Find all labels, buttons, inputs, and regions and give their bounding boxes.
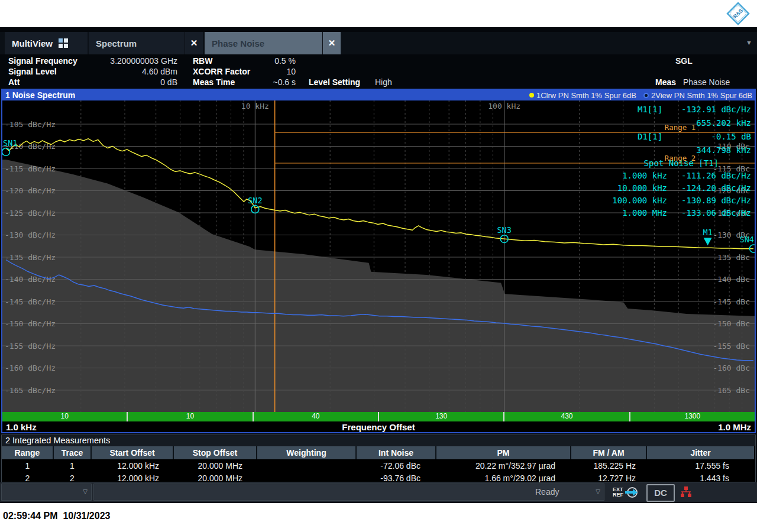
table-cell: 12.000 kHz: [91, 459, 173, 472]
xcorr-segment: 10: [128, 412, 253, 421]
analyzer-application: MultiView Spectrum ✕ Phase Noise ✕ ▼ Sig…: [0, 27, 757, 503]
status-ready: Ready: [535, 487, 559, 497]
lan-status-icon: [679, 486, 693, 501]
table-cell: [257, 459, 356, 472]
field-value: ~0.6 s: [231, 77, 296, 87]
tab-multiview[interactable]: MultiView: [5, 32, 88, 54]
table-cell: 17.555 fs: [646, 459, 754, 472]
field-label: Level Setting: [309, 77, 360, 87]
legend-text: 2View PN Smth 1% Spur 6dB: [651, 91, 752, 100]
spot-noise-value: -124.20 dBc/Hz: [667, 182, 751, 194]
marker-label-SN3: SN3: [497, 225, 511, 235]
field-value: 10: [231, 67, 296, 77]
marker-label-SN2: SN2: [248, 196, 262, 205]
status-dropdown-main[interactable]: ▽: [93, 484, 604, 501]
field-value: 3.200000003 GHz: [95, 56, 177, 66]
marker-m1-label: M1[1]: [638, 103, 662, 116]
rohde-schwarz-logo: R&S: [726, 2, 750, 25]
table-header: Int Noise: [356, 446, 436, 459]
spot-noise-freq: 10.000 kHz: [585, 182, 667, 194]
spot-noise-value: -111.26 dBc/Hz: [667, 170, 751, 182]
table-header: PM: [436, 446, 571, 459]
table-cell: 20.000 MHz: [173, 459, 257, 472]
tab-phase-noise[interactable]: Phase Noise ✕: [205, 32, 341, 54]
measurement-info-bar: Signal Frequency 3.200000003 GHz Signal …: [0, 55, 757, 89]
table-cell: 1: [2, 459, 53, 472]
status-bar: ▽ ▽ Ready EXTREF DC 2023-10-31 14:59:: [0, 482, 757, 502]
y-tick-label-right: -155 dBc: [713, 342, 750, 351]
window-title: 2 Integrated Measurements: [2, 435, 755, 446]
meas-label: Meas: [655, 77, 676, 87]
tab-spectrum-label: Spectrum: [89, 38, 185, 48]
table-cell: 1: [53, 459, 91, 472]
spot-noise-freq: 100.000 kHz: [585, 194, 667, 207]
close-icon[interactable]: ✕: [322, 32, 341, 54]
spot-noise-table: 1.000 kHz-111.26 dBc/Hz10.000 kHz-124.20…: [585, 170, 751, 219]
field-value: 0 dB: [95, 77, 177, 87]
x-tick-label: 10 kHz: [241, 102, 269, 111]
table-cell: 20.22 m°/352.97 µrad: [436, 459, 571, 472]
window-title: 1 Noise Spectrum: [2, 90, 75, 100]
x-tick-label: 100 kHz: [488, 102, 520, 111]
table-header: Jitter: [646, 446, 754, 459]
y-tick-label-left: -130 dBc/Hz: [5, 231, 56, 239]
y-tick-label-left: -150 dBc/Hz: [5, 319, 56, 328]
table-header: Stop Offset: [173, 446, 257, 459]
table-header: Trace: [53, 446, 91, 459]
y-tick-label-left: -160 dBc/Hz: [5, 364, 56, 372]
marker-info-panel: M1[1] -132.91 dBc/Hz 655.202 kHz D1[1] -…: [585, 103, 751, 219]
x-axis-title: Frequency Offset: [2, 422, 755, 432]
footer-datetime: 02:59:44 PM 10/31/2023: [3, 511, 110, 521]
legend-item[interactable]: 2View PN Smth 1% Spur 6dB: [643, 91, 752, 100]
y-tick-label-left: -140 dBc/Hz: [5, 275, 56, 284]
x-axis-stop: 1.0 MHz: [718, 422, 751, 432]
ext-ref-indicator: EXTREF: [613, 485, 639, 499]
xcorr-segment-bar: 1010401304301300: [2, 412, 755, 421]
spot-noise-value: -130.89 dBc/Hz: [667, 194, 751, 207]
y-tick-label-right: -160 dBc: [713, 364, 750, 372]
dropdown-arrow-icon: ▽: [596, 488, 600, 495]
x-axis-label-row: 1.0 kHz Frequency Offset 1.0 MHz: [2, 421, 755, 432]
integrated-measurements-window[interactable]: 2 Integrated Measurements RangeTraceStar…: [1, 434, 756, 482]
xcorr-segment: 10: [2, 412, 128, 421]
xcorr-segment: 130: [379, 412, 504, 421]
table-cell: -72.06 dBc: [356, 459, 436, 472]
noise-spectrum-chart[interactable]: 10 kHz100 kHz-105 dBc/Hz-110 dBc/Hz-115 …: [2, 100, 755, 412]
field-value: High: [375, 77, 392, 87]
table-cell: 185.225 Hz: [571, 459, 646, 472]
trace-legend: 1Clrw PN Smth 1% Spur 6dB2View PN Smth 1…: [529, 91, 755, 100]
spot-noise-freq: 1.000 MHz: [585, 207, 667, 219]
field-label: Signal Level: [8, 67, 57, 77]
field-label: RBW: [193, 56, 212, 66]
xcorr-segment: 40: [254, 412, 379, 421]
y-tick-label-left: -125 dBc/Hz: [5, 209, 56, 218]
table-row: 1112.000 kHz20.000 MHz-72.06 dBc20.22 m°…: [2, 459, 754, 472]
close-icon[interactable]: ✕: [185, 32, 203, 54]
dc-coupling-indicator: DC: [646, 484, 675, 502]
legend-item[interactable]: 1Clrw PN Smth 1% Spur 6dB: [529, 91, 636, 100]
marker-m1-freq: 655.202 kHz: [585, 116, 751, 130]
table-header: Start Offset: [91, 446, 173, 459]
field-label: Signal Frequency: [8, 56, 77, 66]
channel-tab-bar: MultiView Spectrum ✕ Phase Noise ✕ ▼: [0, 32, 757, 54]
spot-noise-title: Spot Noise [T1]: [585, 157, 751, 170]
noise-spectrum-window[interactable]: 1 Noise Spectrum 1Clrw PN Smth 1% Spur 6…: [1, 89, 756, 433]
field-label: Att: [8, 77, 20, 87]
trace2-ring-icon: [643, 93, 649, 98]
marker-d1-value: -0.15 dB: [711, 130, 751, 144]
status-dropdown-left[interactable]: ▽: [1, 484, 92, 501]
dropdown-arrow-icon: ▽: [83, 488, 88, 495]
tab-overflow-arrow-icon[interactable]: ▼: [746, 39, 752, 46]
y-tick-label-left: -155 dBc/Hz: [5, 342, 56, 351]
y-tick-label-right: -140 dBc: [713, 275, 750, 284]
tab-spectrum[interactable]: Spectrum ✕: [89, 32, 203, 54]
y-tick-label-left: -115 dBc/Hz: [5, 164, 56, 173]
top-white-strip: R&S: [0, 0, 757, 27]
y-tick-label-left: -105 dBc/Hz: [5, 120, 56, 129]
marker-label-M1: M1: [703, 228, 713, 237]
field-value: 0.5 %: [231, 56, 296, 66]
noise-spectrum-titlebar: 1 Noise Spectrum 1Clrw PN Smth 1% Spur 6…: [2, 90, 755, 100]
spot-noise-freq: 1.000 kHz: [585, 170, 667, 182]
table-header: Range: [2, 446, 53, 459]
meas-value: Phase Noise: [683, 77, 730, 87]
